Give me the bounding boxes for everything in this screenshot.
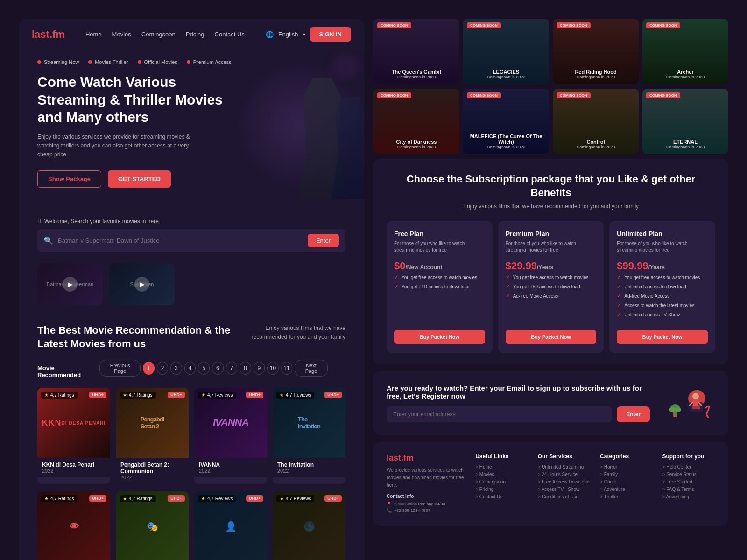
search-input[interactable]	[58, 237, 303, 244]
star-icon-4: ★	[280, 392, 284, 398]
uhd-badge-5: UHD+	[89, 495, 106, 502]
footer-service-3[interactable]: Free Access Download	[538, 479, 591, 484]
footer-sup-2[interactable]: Service Status	[662, 472, 715, 477]
cs-card-1[interactable]: COMING SOON The Queen's Gambit Comingsoo…	[374, 19, 459, 84]
page-btn-5[interactable]: 5	[198, 362, 210, 375]
hero-image	[196, 50, 364, 209]
buy-unlimited-button[interactable]: Buy Packet Now	[617, 330, 708, 344]
chevron-down-icon: ▾	[303, 32, 305, 37]
movie-card-r3[interactable]: 👤 ★ 4,7 Reviews UHD+ Movie 7 2022	[194, 491, 267, 560]
page-btn-2[interactable]: 2	[157, 362, 169, 375]
nav-pricing[interactable]: Pricing	[186, 31, 204, 38]
cs-card-8[interactable]: COMING SOON ETERNAL Comingsoon in 2023	[642, 89, 728, 154]
page-btn-9[interactable]: 9	[254, 362, 265, 375]
movie-year-2: 2022	[120, 475, 184, 480]
signin-button[interactable]: SIGN IN	[310, 27, 351, 42]
cs-card-2[interactable]: COMING SOON LEGACIES Comingsoon in 2023	[463, 19, 549, 84]
movie-card-setan[interactable]: PengabdiSetan 2 ★ 4,7 Ratings UHD+ Penga…	[116, 388, 189, 484]
cs-year-2: Comingsoon in 2023	[463, 75, 549, 79]
rating-badge-7: ★ 4,7 Reviews	[198, 495, 236, 502]
footer-cat-1[interactable]: Horror	[600, 464, 653, 469]
footer-link-contact[interactable]: Contact Us	[475, 494, 528, 499]
footer-cat-3[interactable]: Crime	[600, 479, 653, 484]
email-input[interactable]	[387, 406, 612, 422]
email-illustration	[659, 382, 715, 424]
footer-desc: We provide various services to watch mov…	[387, 467, 466, 489]
plan-name-unlimited: Unlimited Plan	[617, 230, 708, 238]
subscribe-button[interactable]: Enter	[617, 406, 650, 422]
buy-free-button[interactable]: Buy Packet Now	[394, 330, 485, 344]
plan-price-free: $0/New Account	[394, 260, 485, 272]
subs-subtitle: Enjoy various films that we have recomme…	[387, 203, 715, 210]
footer-link-home[interactable]: Home	[475, 464, 528, 469]
nav-comingsoon[interactable]: Comingsoon	[141, 31, 176, 38]
movie-card-ivanna[interactable]: IVANNA ★ 4,7 Reviews UHD+ IVANNA 2022	[194, 388, 267, 484]
uhd-badge-6: UHD+	[168, 495, 185, 502]
check-icon-9: ✓	[617, 302, 621, 308]
movie-card-r1[interactable]: 👁 ★ 4,7 Ratings UHD+ Movie 5 2022	[37, 491, 110, 560]
page-btn-3[interactable]: 3	[170, 362, 182, 375]
thumb-2[interactable]: Superman ▶	[109, 263, 175, 305]
footer-service-5[interactable]: Conditions of Use	[538, 494, 591, 499]
page-btn-4[interactable]: 4	[184, 362, 196, 375]
movie-title-3: IVANNA	[199, 462, 262, 468]
plan-desc-free: For those of you who like to watch strea…	[394, 240, 485, 253]
plan-features-unlimited: ✓You get free access to watch movies ✓Un…	[617, 274, 708, 321]
footer-service-2[interactable]: 24 Hours Service	[538, 472, 591, 477]
footer-logo: last.fm	[387, 453, 466, 463]
cs-badge-2: COMING SOON	[467, 22, 501, 28]
uhd-badge-1: UHD+	[89, 392, 106, 398]
footer-service-4[interactable]: Access TV - Show	[538, 487, 591, 492]
cs-title-3: Red Riding Hood	[553, 69, 639, 75]
page-btn-1[interactable]: 1	[143, 362, 155, 375]
page-btn-8[interactable]: 8	[240, 362, 251, 375]
email-heading: Are you ready to watch? Enter your Email…	[387, 384, 650, 400]
thumb-1[interactable]: Batman v Superman ▶	[37, 263, 103, 305]
footer-sup-5[interactable]: Advertising	[662, 494, 715, 499]
cs-badge-3: COMING SOON	[557, 22, 591, 28]
nav-contact[interactable]: Contact Us	[215, 31, 245, 38]
play-icon-1[interactable]: ▶	[63, 277, 78, 292]
buy-premium-button[interactable]: Buy Packet Now	[506, 330, 597, 344]
footer-link-pricing[interactable]: Pricing	[475, 487, 528, 492]
footer-cat-2[interactable]: Family	[600, 472, 653, 477]
play-icon-2[interactable]: ▶	[134, 277, 149, 292]
plan-features-premium: ✓You get free access to watch movies ✓Yo…	[506, 274, 597, 321]
nav-home[interactable]: Home	[85, 31, 102, 38]
page-btn-6[interactable]: 6	[212, 362, 224, 375]
nav-movies[interactable]: Movies	[112, 31, 131, 38]
cs-card-4[interactable]: COMING SOON Archer Comingsoon in 2023	[642, 19, 728, 84]
footer-service-1[interactable]: Unlimited Streaming	[538, 464, 591, 469]
cs-card-7[interactable]: COMING SOON Control Comingsoon in 2023	[553, 89, 639, 154]
footer-cat-4[interactable]: Adventure	[600, 487, 653, 492]
movie-title-2: Pengabdi Setan 2: Communion	[120, 462, 184, 475]
star-icon-7: ★	[201, 496, 205, 501]
cs-badge-7: COMING SOON	[557, 92, 591, 98]
footer-sup-1[interactable]: Help Center	[662, 464, 715, 469]
footer-link-movies[interactable]: Movies	[475, 472, 528, 477]
movie-card-r4[interactable]: 🌑 ★ 4,7 Reviews UHD+ Movie 8 2022	[273, 491, 345, 560]
footer-link-coming[interactable]: Comingsoon	[475, 479, 528, 484]
cs-card-3[interactable]: COMING SOON Red Riding Hood Comingsoon i…	[553, 19, 639, 84]
footer-sup-3[interactable]: Free Started	[662, 479, 715, 484]
prev-page-button[interactable]: Previous Page	[99, 360, 141, 377]
footer-cat-5[interactable]: Thriller	[600, 494, 653, 499]
location-icon: 📍	[387, 502, 392, 506]
navbar: last.fm Home Movies Comingsoon Pricing C…	[19, 19, 364, 50]
page-btn-11[interactable]: 11	[281, 362, 293, 375]
footer-sup-4[interactable]: FAQ & Terms	[662, 487, 715, 492]
movie-card-invitation[interactable]: TheInvitation ★ 4,7 Reviews UHD+ The Inv…	[273, 388, 345, 484]
cs-card-5[interactable]: COMING SOON City of Darkness Comingsoon …	[374, 89, 459, 154]
plan-premium: Premium Plan For those of you who like t…	[498, 221, 604, 353]
page-btn-7[interactable]: 7	[226, 362, 238, 375]
page-btn-10[interactable]: 10	[267, 362, 279, 375]
movie-card-kkn[interactable]: KKNDI DESA PENARI ★ 4,7 Ratings UHD+ KKN…	[37, 388, 110, 484]
star-icon-6: ★	[123, 496, 127, 501]
show-package-button[interactable]: Show Package	[37, 170, 101, 188]
get-started-button[interactable]: GET STARTED	[108, 170, 171, 188]
movie-card-r2[interactable]: 🎭 ★ 4,7 Ratings UHD+ Movie 6 2022	[116, 491, 189, 560]
next-page-button[interactable]: Next Page	[295, 360, 328, 377]
plan-name-free: Free Plan	[394, 230, 485, 238]
enter-button[interactable]: Enter	[308, 234, 339, 247]
cs-card-6[interactable]: COMING SOON MALEFICE (The Curse Of The W…	[463, 89, 549, 154]
